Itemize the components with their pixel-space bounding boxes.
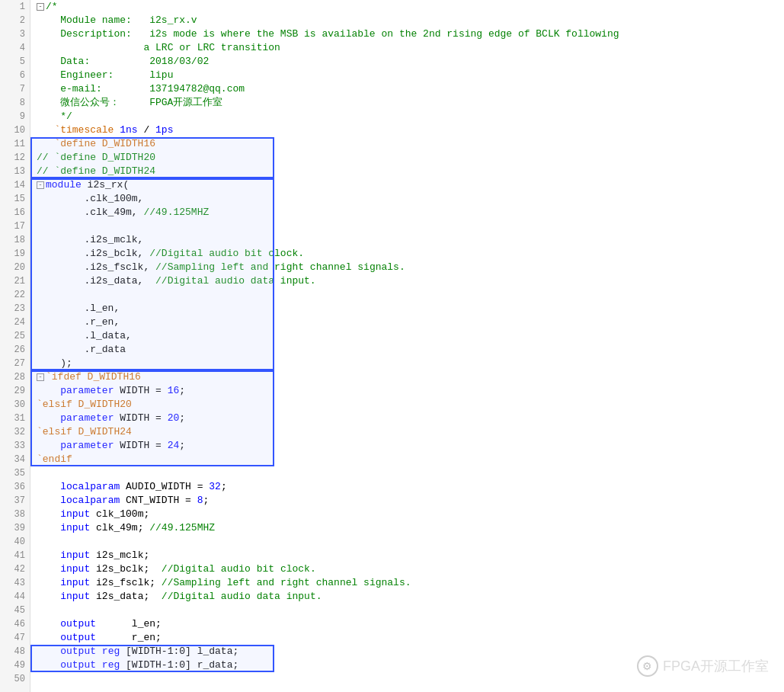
line-number: 45: [0, 604, 30, 617]
line-number: 4: [0, 41, 30, 55]
line-number: 41: [0, 549, 30, 562]
line-number: 38: [0, 508, 30, 521]
line-number: 7: [0, 82, 30, 96]
line-number: 12: [0, 151, 30, 165]
line-number: 17: [0, 219, 30, 233]
line-number: 27: [0, 357, 30, 370]
watermark-text: FPGA开源工作室: [663, 657, 769, 675]
code-line: .clk_100m,: [37, 192, 784, 206]
line-number: 2: [0, 14, 30, 27]
line-number: 24: [0, 316, 30, 329]
code-line: Data: 2018/03/02: [37, 55, 784, 69]
code-line: // `define D_WIDTH24: [37, 165, 784, 178]
code-line: [37, 219, 784, 233]
line-content: module i2s_rx(: [46, 179, 129, 191]
line-number: 46: [0, 617, 30, 631]
line-number: 15: [0, 192, 30, 206]
line-content: output l_en;: [37, 618, 162, 630]
code-line: input i2s_data; //Digital audio data inp…: [37, 590, 784, 604]
code-line: .r_data: [37, 343, 784, 357]
watermark: ⚙ FPGA开源工作室: [637, 655, 769, 677]
line-content: .clk_49m, //49.125MHZ: [37, 207, 209, 218]
line-content: input clk_49m; //49.125MHZ: [37, 522, 215, 533]
line-number: 34: [0, 453, 30, 466]
line-number: 48: [0, 645, 30, 658]
line-number: 11: [0, 137, 30, 151]
code-line: `endif: [37, 453, 784, 466]
fold-icon[interactable]: -: [37, 373, 44, 381]
fold-icon[interactable]: -: [37, 181, 44, 189]
code-line: `timescale 1ns / 1ps: [37, 123, 784, 137]
line-number: 47: [0, 631, 30, 645]
line-content: input i2s_mclk;: [37, 549, 149, 561]
line-content: output r_en;: [37, 632, 162, 643]
code-line: .r_en,: [37, 316, 784, 329]
line-number: 39: [0, 521, 30, 535]
code-line: input clk_100m;: [37, 508, 784, 521]
line-number: 19: [0, 247, 30, 261]
line-content: */: [37, 111, 72, 122]
line-content: // `define D_WIDTH24: [37, 165, 155, 177]
code-line: input i2s_bclk; //Digital audio bit cloc…: [37, 562, 784, 576]
line-content: localparam CNT_WIDTH = 8;: [37, 495, 209, 506]
code-line: parameter WIDTH = 20;: [37, 412, 784, 425]
line-content: parameter WIDTH = 24;: [37, 440, 185, 451]
line-number: 9: [0, 110, 30, 123]
line-content: Data: 2018/03/02: [37, 56, 209, 67]
line-content: /*: [46, 1, 58, 12]
line-content: .l_data,: [37, 330, 132, 341]
line-number: 29: [0, 384, 30, 398]
code-line: localparam CNT_WIDTH = 8;: [37, 494, 784, 508]
line-number: 18: [0, 233, 30, 247]
line-number: 5: [0, 55, 30, 69]
line-number: 33: [0, 439, 30, 453]
code-line: .i2s_mclk,: [37, 233, 784, 247]
line-content: .i2s_bclk, //Digital audio bit clock.: [37, 248, 304, 259]
line-number: 20: [0, 261, 30, 274]
line-content: localparam AUDIO_WIDTH = 32;: [37, 481, 227, 492]
code-line: -`ifdef D_WIDTH16: [37, 370, 784, 384]
line-number: 31: [0, 412, 30, 425]
line-content: .r_en,: [37, 316, 120, 328]
line-number: 28: [0, 370, 30, 384]
line-content: input clk_100m;: [37, 508, 149, 520]
line-content: `endif: [37, 453, 72, 465]
line-content: .r_data: [37, 344, 126, 355]
line-content: .i2s_fsclk, //Sampling left and right ch…: [37, 261, 405, 273]
code-line: parameter WIDTH = 24;: [37, 439, 784, 453]
fold-icon[interactable]: -: [37, 3, 44, 11]
line-number: 22: [0, 288, 30, 302]
line-number: 30: [0, 398, 30, 412]
code-line: .i2s_bclk, //Digital audio bit clock.: [37, 247, 784, 261]
code-line: [37, 535, 784, 549]
code-line: e-mail: 137194782@qq.com: [37, 82, 784, 96]
line-number: 40: [0, 535, 30, 549]
line-content: Module name: i2s_rx.v: [37, 14, 197, 26]
code-line: );: [37, 357, 784, 370]
code-line: .i2s_data, //Digital audio data input.: [37, 274, 784, 288]
line-number: 21: [0, 274, 30, 288]
line-number: 44: [0, 590, 30, 604]
line-content: // `define D_WIDTH20: [37, 152, 155, 163]
line-number: 23: [0, 302, 30, 316]
line-number: 13: [0, 165, 30, 178]
code-line: output l_en;: [37, 617, 784, 631]
watermark-icon: ⚙: [637, 655, 658, 677]
line-content: );: [37, 357, 72, 369]
line-number: 36: [0, 480, 30, 494]
code-container: 1234567891011121314151617181920212223242…: [0, 0, 784, 692]
code-line: [37, 604, 784, 617]
line-number: 43: [0, 576, 30, 590]
line-number: 32: [0, 425, 30, 439]
code-line: Module name: i2s_rx.v: [37, 14, 784, 27]
line-number: 49: [0, 658, 30, 672]
code-line: Engineer: lipu: [37, 69, 784, 82]
line-number: 10: [0, 123, 30, 137]
line-content: 微信公众号： FPGA开源工作室: [37, 97, 222, 108]
line-number: 8: [0, 96, 30, 110]
code-line: `elsif D_WIDTH24: [37, 425, 784, 439]
code-line: -/*: [37, 0, 784, 14]
line-content: .clk_100m,: [37, 193, 143, 204]
code-line: a LRC or LRC transition: [37, 41, 784, 55]
line-content: parameter WIDTH = 20;: [37, 412, 185, 424]
